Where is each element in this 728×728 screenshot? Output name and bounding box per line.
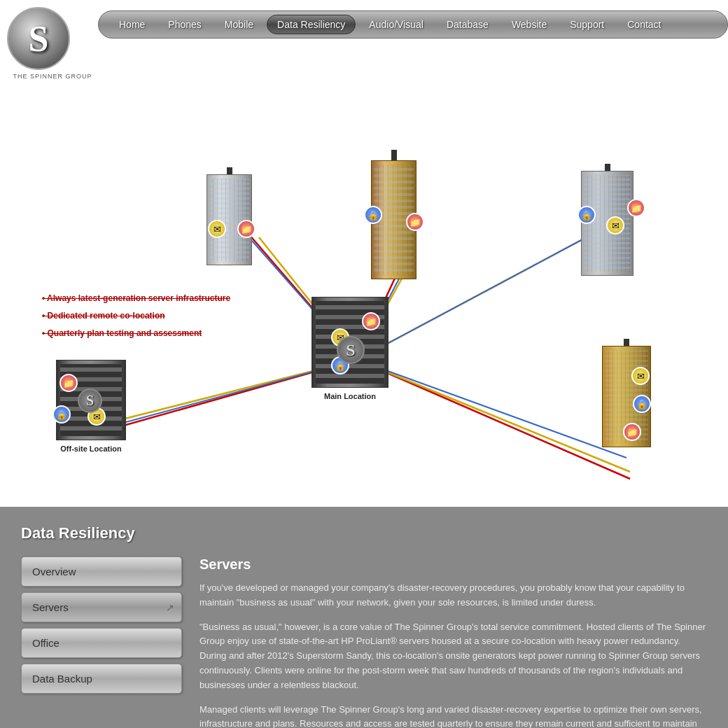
- building-tr-folder: 📁: [627, 199, 645, 217]
- menu-btn-overview[interactable]: Overview: [21, 556, 182, 587]
- bullet-1: • Always latest-generation server infras…: [42, 293, 230, 303]
- logo-area: S THE SPINNER GROUP: [7, 7, 98, 80]
- content-layout: OverviewServers↗OfficeData Backup Server…: [21, 556, 707, 728]
- building-br-mail: ✉: [631, 367, 650, 385]
- offsite-label: Off-site Location: [56, 443, 125, 454]
- main-content: Servers If you've developed or managed y…: [200, 556, 707, 728]
- nav-item-phones[interactable]: Phones: [158, 15, 211, 34]
- content-heading: Servers: [200, 556, 707, 573]
- menu-btn-servers[interactable]: Servers↗: [21, 592, 182, 622]
- offsite-folder-icon: 📁: [59, 374, 78, 392]
- building-tr-mail: ✉: [606, 216, 624, 234]
- building-bottom-right: ✉ 🔒 📁: [602, 339, 651, 447]
- bullet-2: • Dedicated remote co-location: [42, 311, 165, 321]
- header: S THE SPINNER GROUP HomePhonesMobileData…: [0, 0, 728, 80]
- main-folder-icon: 📁: [362, 312, 380, 330]
- main-server: S ✉ 📁 🔒 Main Location: [312, 297, 388, 402]
- building-tr-lock: 🔒: [578, 206, 596, 224]
- building-br-folder: 📁: [623, 423, 641, 441]
- nav-item-audio/visual[interactable]: Audio/Visual: [359, 15, 433, 34]
- building-center-folder: 📁: [406, 213, 424, 231]
- sidebar-menu: OverviewServers↗OfficeData Backup: [21, 556, 182, 728]
- logo-letter: S: [29, 18, 49, 59]
- building-tl-folder: 📁: [237, 220, 255, 238]
- content-para-2: "Business as usual," however, is a core …: [200, 620, 707, 693]
- content-para-3: Managed clients will leverage The Spinne…: [200, 703, 707, 728]
- building-top-right: 🔒 ✉ 📁: [581, 164, 634, 276]
- nav-item-mobile[interactable]: Mobile: [215, 15, 263, 34]
- nav-item-support[interactable]: Support: [560, 15, 614, 34]
- menu-btn-data-backup[interactable]: Data Backup: [21, 664, 182, 694]
- diagram-area: S ✉ 📁 🔒 Main Location S 📁 🔒 ✉ Off-site L…: [0, 80, 728, 507]
- logo-icon: S: [7, 7, 70, 70]
- menu-btn-office[interactable]: Office: [21, 628, 182, 658]
- spinner-logo-offsite: S: [78, 388, 102, 413]
- svg-line-3: [357, 360, 630, 479]
- nav-item-website[interactable]: Website: [502, 15, 556, 34]
- nav-item-home[interactable]: Home: [109, 15, 155, 34]
- nav-item-database[interactable]: Database: [437, 15, 498, 34]
- building-center-lock: 🔒: [364, 206, 382, 224]
- nav-area: HomePhonesMobileData ResiliencyAudio/Vis…: [98, 7, 728, 38]
- building-center: 🔒 📁: [371, 150, 416, 279]
- nav-bar: HomePhonesMobileData ResiliencyAudio/Vis…: [98, 10, 728, 38]
- logo-tagline: THE SPINNER GROUP: [7, 73, 98, 80]
- building-br-lock: 🔒: [633, 395, 651, 413]
- menu-arrow-icon: ↗: [166, 602, 174, 613]
- bullet-3: • Quarterly plan testing and assessment: [42, 328, 202, 338]
- content-section: Data Resiliency OverviewServers↗OfficeDa…: [0, 507, 728, 728]
- offsite-lock-icon: 🔒: [52, 405, 71, 424]
- section-title: Data Resiliency: [21, 524, 707, 542]
- content-para-1: If you've developed or managed your comp…: [200, 581, 707, 610]
- spinner-logo-main: S: [337, 336, 365, 364]
- main-label: Main Location: [320, 391, 380, 402]
- nav-item-contact[interactable]: Contact: [617, 15, 671, 34]
- nav-item-data-resiliency[interactable]: Data Resiliency: [267, 15, 356, 34]
- svg-line-13: [357, 360, 626, 458]
- building-tl-mail: ✉: [208, 220, 226, 238]
- offsite-server: S 📁 🔒 ✉ Off-site Location: [56, 360, 126, 454]
- building-top-left: ✉ 📁: [206, 167, 252, 265]
- svg-line-8: [357, 360, 630, 472]
